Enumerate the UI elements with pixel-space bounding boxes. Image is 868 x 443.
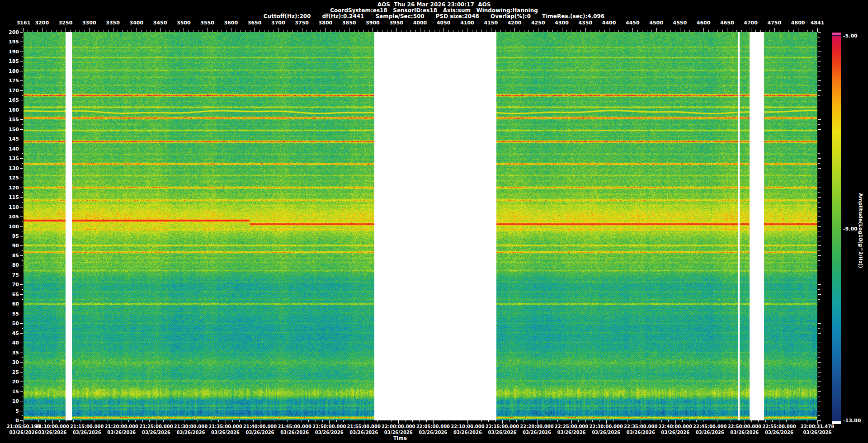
right-axis-minor-tick [818,377,820,377]
top-axis-major-tick [113,28,113,32]
time-axis-minor-tick [696,420,697,422]
freq-axis-major-tick [20,382,23,382]
freq-axis-label: 10 [3,398,19,404]
freq-axis-major-tick [20,129,23,130]
right-axis-minor-tick [818,222,820,222]
top-axis-minor-tick [406,30,406,32]
freq-axis-minor-tick [22,222,23,222]
top-axis-label: 3850 [342,20,356,26]
top-axis-label: 3650 [248,20,262,26]
freq-axis-label: 105 [3,214,19,220]
time-axis-minor-tick [288,420,288,422]
top-axis-label: 4841 [811,20,825,26]
date-label: 03/26/2026 [384,430,413,435]
right-axis-minor-tick [818,173,820,173]
time-axis-minor-tick [357,420,357,422]
top-axis-minor-tick [94,30,94,32]
top-axis-minor-tick [647,30,647,32]
right-axis-major-tick [818,42,821,42]
freq-axis-label: 75 [3,272,19,278]
time-axis-minor-tick [45,420,46,422]
freq-axis-major-tick [20,139,23,139]
freq-axis-major-tick [20,90,23,91]
top-axis-minor-tick [118,30,118,32]
top-axis-label: 4750 [768,20,782,26]
time-label: 22:15:00.000 [486,424,519,429]
top-axis-major-tick [42,28,42,32]
top-axis-label: 4000 [413,20,427,26]
freq-axis-minor-tick [22,144,23,144]
top-axis-minor-tick [472,30,472,32]
top-axis-minor-tick [330,30,330,32]
top-axis-minor-tick [250,30,250,32]
top-axis-label: 3450 [153,20,167,26]
freq-axis-minor-tick [22,328,23,329]
top-axis-minor-tick [52,30,52,32]
date-label: 03/26/2026 [9,430,38,435]
top-axis-minor-tick [283,30,283,32]
time-label: 22:00:00.000 [382,424,415,429]
time-axis-minor-tick [377,420,378,422]
time-axis-major-tick [467,420,468,424]
time-axis-minor-tick [142,420,143,422]
right-axis-minor-tick [818,153,820,154]
freq-axis-major-tick [20,119,23,120]
time-label: 21:20:00.000 [105,424,138,429]
freq-axis-minor-tick [22,76,23,76]
spectrogram-plot[interactable] [24,32,817,420]
freq-axis-label: 155 [3,117,19,123]
time-axis-minor-tick [170,420,170,422]
time-axis-minor-tick [32,420,32,422]
top-axis-label: 4050 [437,20,451,26]
time-axis-minor-tick [336,420,337,422]
freq-axis-label: 20 [3,379,19,385]
top-axis-minor-tick [694,30,694,32]
time-label: 21:15:00.000 [70,424,104,429]
top-axis-minor-tick [547,30,548,32]
top-axis-minor-tick [476,30,477,32]
right-axis-major-tick [818,265,821,265]
date-label: 03/26/2026 [315,430,344,435]
top-axis-minor-tick [571,30,571,32]
top-axis-minor-tick [439,30,439,32]
top-axis-minor-tick [566,30,567,32]
time-axis-minor-tick [551,420,551,422]
freq-axis-major-tick [20,294,23,295]
right-axis-major-tick [818,245,821,246]
time-axis-minor-tick [412,420,413,422]
freq-axis-major-tick [20,411,23,411]
top-axis-major-tick [255,28,255,32]
top-axis-minor-tick [769,30,770,32]
freq-axis-minor-tick [22,183,23,183]
top-axis-minor-tick [486,30,486,32]
top-axis-minor-tick [699,30,699,32]
top-axis-minor-tick [788,30,789,32]
top-axis-minor-tick [552,30,553,32]
freq-axis-major-tick [20,391,23,392]
top-axis-minor-tick [784,30,784,32]
top-axis-minor-tick [104,30,104,32]
top-axis-minor-tick [368,30,368,32]
freq-axis-label: 30 [3,359,19,365]
freq-axis-minor-tick [22,289,23,290]
time-axis-minor-tick [281,420,281,422]
time-axis-minor-tick [557,420,558,422]
right-axis-major-tick [818,284,821,285]
top-axis-minor-tick [665,30,666,32]
date-label: 03/26/2026 [523,430,551,435]
date-label: 03/26/2026 [73,430,101,435]
top-axis-minor-tick [132,30,132,32]
time-axis-minor-tick [302,420,302,422]
top-axis-minor-tick [259,30,260,32]
top-axis-minor-tick [179,30,179,32]
freq-axis-label: 40 [3,340,19,346]
time-axis-minor-tick [461,420,461,422]
right-axis-major-tick [818,197,821,198]
top-axis-minor-tick [675,30,675,32]
right-axis-minor-tick [818,386,820,387]
top-axis-minor-tick [85,30,85,32]
top-axis-minor-tick [335,30,335,32]
top-axis-major-tick [396,28,397,32]
top-axis-minor-tick [684,30,685,32]
top-axis-minor-tick [28,30,28,32]
